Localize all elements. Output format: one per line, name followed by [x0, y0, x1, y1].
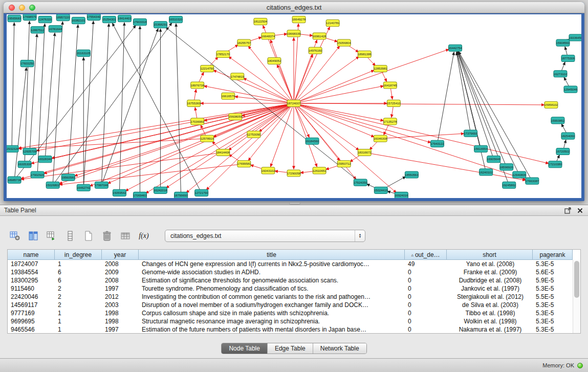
close-panel-button[interactable] [576, 206, 584, 214]
function-builder-button[interactable]: f(x) [137, 229, 150, 243]
new-column-button[interactable] [82, 229, 95, 243]
network-node[interactable]: 12721790 [194, 189, 208, 196]
network-edge[interactable] [457, 52, 486, 172]
network-node[interactable]: 16616579 [221, 93, 235, 99]
network-node[interactable]: 15958102 [545, 101, 558, 108]
network-edge[interactable] [294, 56, 359, 103]
network-node[interactable]: 17698579 [23, 14, 37, 20]
network-node[interactable]: 12853981 [374, 65, 387, 72]
network-node[interactable]: 17135278 [383, 118, 397, 125]
tab-node-table[interactable]: Node Table [222, 343, 267, 354]
network-node[interactable]: 12140781 [326, 20, 340, 27]
network-node[interactable]: 17902920 [31, 171, 45, 178]
network-edge[interactable] [204, 86, 294, 103]
network-node[interactable]: 12578916 [200, 135, 214, 142]
table-row[interactable]: 1938455462009Genome-wide association stu… [8, 268, 573, 276]
network-edge[interactable] [271, 40, 294, 103]
network-node[interactable]: 17379693 [464, 130, 477, 137]
network-node[interactable]: 15254301 [102, 16, 116, 23]
network-node[interactable]: 14976160 [309, 47, 322, 54]
network-edge[interactable] [248, 46, 294, 103]
network-edge[interactable] [30, 34, 37, 151]
network-edge[interactable] [206, 103, 294, 190]
network-edge[interactable] [37, 24, 45, 174]
network-edge[interactable] [294, 49, 449, 103]
row-height-button[interactable] [63, 229, 77, 243]
network-node[interactable]: 12476320 [38, 16, 52, 23]
network-edge[interactable] [294, 103, 396, 193]
network-node[interactable]: 16649278 [292, 16, 306, 23]
network-node[interactable]: 15993852 [551, 117, 565, 124]
network-edge[interactable] [25, 21, 30, 164]
import-table-button[interactable] [119, 229, 132, 243]
network-node[interactable]: 16382101 [72, 17, 85, 24]
network-node[interactable]: 15608059 [228, 114, 242, 120]
network-edge[interactable] [12, 23, 14, 149]
network-edge[interactable] [294, 103, 549, 164]
network-node[interactable]: 16924016 [395, 192, 408, 198]
network-node[interactable]: 12610651 [313, 167, 326, 174]
network-node[interactable]: 16755369 [187, 100, 201, 106]
network-node[interactable]: 18976738 [190, 82, 204, 89]
network-node[interactable]: 15368291 [154, 21, 167, 28]
network-node[interactable]: 17290058 [287, 170, 301, 177]
network-node[interactable]: 16462742 [77, 184, 91, 191]
network-node[interactable]: 17036960 [190, 118, 204, 125]
network-edge[interactable] [294, 103, 317, 167]
column-header-name[interactable]: name [8, 250, 55, 259]
network-edge[interactable] [437, 52, 454, 144]
table-options-button[interactable] [8, 229, 21, 243]
network-node[interactable]: 19560580 [61, 174, 75, 181]
tab-edge-table[interactable]: Edge Table [267, 343, 313, 354]
network-edge[interactable] [294, 103, 309, 138]
network-node[interactable]: 12867512 [31, 27, 45, 33]
column-header-pagerank[interactable]: pagerank [533, 250, 573, 259]
network-node[interactable]: 19565683 [8, 15, 21, 22]
table-row[interactable]: 911546021997Tourette syndrome. Phenomeno… [8, 285, 573, 293]
network-node[interactable]: 17210380 [549, 161, 562, 168]
network-node[interactable]: 17069463 [133, 192, 147, 198]
network-table-selector[interactable]: citations_edges.txt ▲▼ [165, 230, 365, 242]
table-row[interactable]: 1830029562008Estimation of significance … [8, 276, 573, 285]
network-node[interactable]: 12940806 [512, 171, 526, 178]
table-row[interactable]: 977716911998Corpus callosum shape and si… [8, 309, 573, 317]
network-node[interactable]: 18550563 [405, 171, 419, 178]
network-node[interactable]: 12932326 [7, 145, 19, 152]
network-node[interactable]: 17603250 [20, 60, 34, 67]
network-edge[interactable] [244, 78, 294, 103]
network-edge[interactable] [45, 33, 55, 159]
network-node[interactable]: 18957220 [56, 14, 70, 21]
network-node[interactable]: 18981386 [358, 51, 372, 57]
network-edge[interactable] [294, 103, 526, 180]
show-columns-button[interactable] [27, 229, 40, 243]
network-edge[interactable] [456, 52, 471, 134]
network-edge[interactable] [294, 54, 313, 103]
tab-network-table[interactable]: Network Table [313, 343, 366, 354]
network-node[interactable]: 16781648 [49, 26, 62, 32]
network-node[interactable]: 16273102 [554, 71, 568, 77]
network-node[interactable]: 16043102 [262, 167, 275, 174]
network-edge[interactable] [294, 70, 374, 103]
network-node[interactable]: 18414403 [118, 15, 132, 22]
network-node[interactable]: 15056804 [337, 39, 351, 46]
network-node[interactable]: 17997046 [95, 182, 108, 188]
network-node[interactable]: 16242018 [154, 187, 167, 193]
network-node[interactable]: 12753090 [247, 131, 261, 138]
network-node[interactable]: 18724007 [287, 100, 301, 106]
window-titlebar[interactable]: citations_edges.txt [4, 2, 584, 13]
network-node[interactable]: 18775306 [561, 55, 575, 61]
network-edge[interactable] [294, 103, 545, 105]
network-node[interactable]: 15026802 [46, 182, 60, 188]
network-node[interactable]: 19668339 [287, 30, 301, 37]
network-node[interactable]: 16648374 [262, 33, 275, 39]
network-node[interactable]: 15024419 [374, 187, 388, 193]
column-header-short[interactable]: short [447, 250, 533, 259]
network-node[interactable]: 19336450 [569, 34, 581, 41]
network-node[interactable]: 18799693 [174, 192, 188, 198]
network-node[interactable]: 15950712 [337, 161, 351, 167]
network-node[interactable]: 16510320 [169, 16, 183, 23]
table-row[interactable]: 2242004622012Investigating the contribut… [8, 293, 573, 301]
network-node[interactable]: 17943122 [430, 140, 444, 147]
table-row[interactable]: 946554611997Estimation of the future num… [8, 325, 573, 333]
network-node[interactable]: 18254060 [561, 133, 575, 139]
